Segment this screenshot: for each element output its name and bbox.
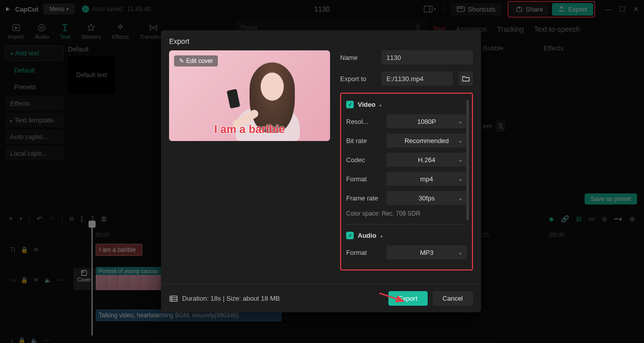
framerate-label: Frame rate (346, 194, 380, 202)
pencil-icon: ✎ (179, 57, 184, 64)
modal-export-button[interactable]: Export (388, 291, 428, 306)
bitrate-label: Bit rate (346, 137, 380, 145)
bitrate-dropdown[interactable]: Recommended (386, 133, 467, 148)
resolution-dropdown[interactable]: 1080P (386, 114, 467, 128)
preview-caption: I am a baribie (214, 123, 285, 136)
export-preview: ✎ Edit cover I am a baribie (169, 50, 330, 141)
svg-rect-12 (170, 296, 177, 301)
modal-title: Export (161, 30, 481, 50)
audio-format-label: Format (346, 249, 380, 256)
video-audio-settings-highlight: ✓ Video ▴ Resol... 1080P Bit rate Recomm… (340, 93, 473, 270)
codec-label: Codec (346, 156, 380, 164)
export-to-label: Export to (340, 75, 375, 83)
resolution-label: Resol... (346, 118, 380, 125)
modal-cancel-button[interactable]: Cancel (433, 291, 473, 306)
caret-up-icon[interactable]: ▴ (380, 233, 383, 238)
audio-checkbox[interactable]: ✓ (346, 232, 354, 239)
audio-format-dropdown[interactable]: MP3 (386, 245, 467, 259)
audio-section-label: Audio (358, 232, 376, 239)
name-input[interactable]: 1130 (381, 50, 473, 64)
caret-up-icon[interactable]: ▴ (379, 102, 382, 107)
format-label: Format (346, 175, 380, 183)
codec-dropdown[interactable]: H.264 (386, 153, 467, 167)
video-section-label: Video (358, 101, 375, 108)
framerate-dropdown[interactable]: 30fps (386, 191, 467, 205)
browse-folder-button[interactable] (459, 72, 473, 86)
colorspace-info: Color space: Rec. 709 SDR (346, 210, 467, 217)
export-to-input[interactable]: E:/1130.mp4 (381, 72, 453, 86)
export-modal: Export ✎ Edit cover I am a baribie (161, 30, 481, 312)
export-info: Duration: 18s | Size: about 18 MB (169, 294, 280, 303)
name-label: Name (340, 54, 375, 61)
edit-cover-button[interactable]: ✎ Edit cover (174, 55, 218, 66)
video-checkbox[interactable]: ✓ (346, 101, 354, 108)
format-dropdown[interactable]: mp4 (386, 172, 467, 186)
